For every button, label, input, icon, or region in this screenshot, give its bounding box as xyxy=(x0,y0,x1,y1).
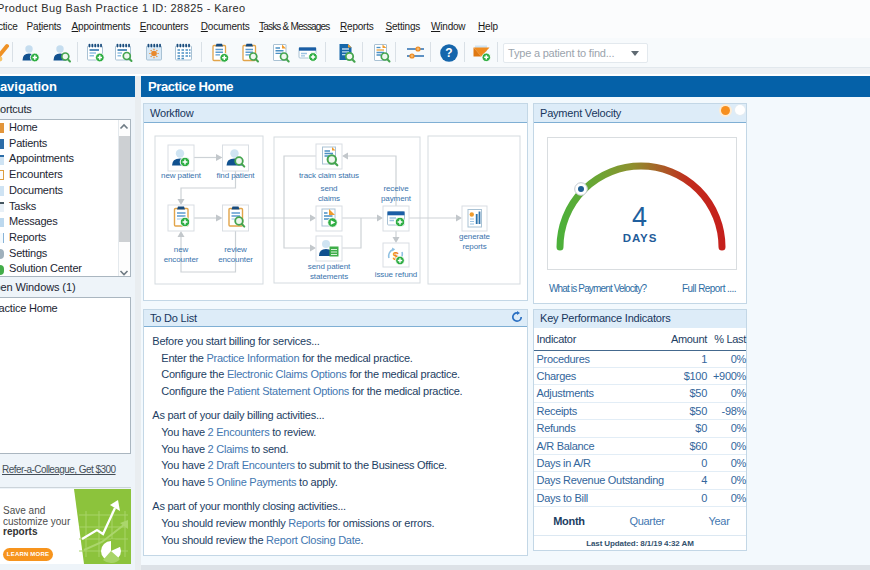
svg-text:new patient: new patient xyxy=(161,171,202,180)
svg-text:new: new xyxy=(174,245,189,254)
svg-text:statements: statements xyxy=(310,272,348,281)
svg-text:DAYS: DAYS xyxy=(623,232,658,244)
svg-text:reports: reports xyxy=(462,242,486,251)
svg-text:send: send xyxy=(321,184,338,193)
svg-text:encounter: encounter xyxy=(164,255,199,264)
svg-text:claims: claims xyxy=(318,194,340,203)
svg-text:?: ? xyxy=(445,46,452,60)
svg-text:4: 4 xyxy=(632,202,647,232)
svg-text:payment: payment xyxy=(381,194,412,203)
svg-text:issue refund: issue refund xyxy=(375,270,417,279)
svg-text:generate: generate xyxy=(459,232,490,241)
svg-text:review: review xyxy=(224,245,247,254)
svg-text:receive: receive xyxy=(383,184,409,193)
svg-text:track claim status: track claim status xyxy=(299,171,359,180)
svg-text:encounter: encounter xyxy=(218,255,253,264)
svg-text:send patient: send patient xyxy=(308,262,351,271)
svg-text:find patient: find patient xyxy=(217,171,256,180)
